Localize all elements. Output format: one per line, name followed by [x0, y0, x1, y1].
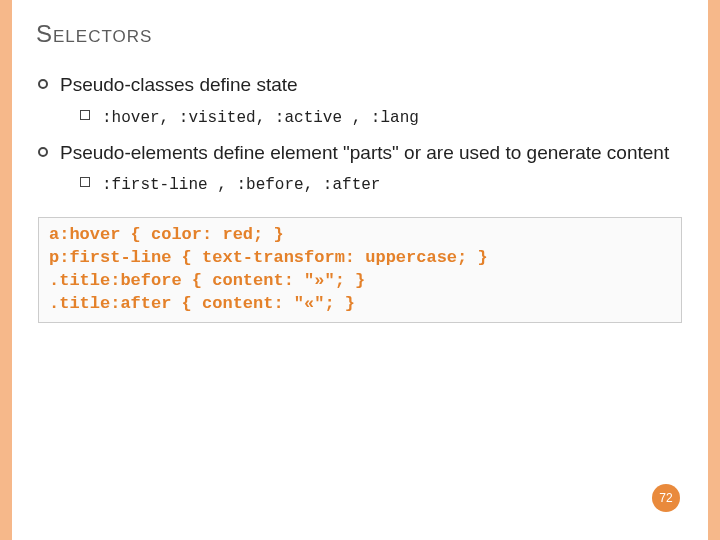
sub-list-item: :first-line , :before, :after: [80, 173, 684, 197]
sub-list: :hover, :visited, :active , :lang: [60, 106, 684, 130]
list-item: Pseudo-elements define element "parts" o…: [38, 140, 684, 198]
sub-list: :first-line , :before, :after: [60, 173, 684, 197]
decorative-bar-right: [708, 0, 720, 540]
slide-content: Selectors Pseudo-classes define state :h…: [36, 20, 684, 520]
bullet-text: Pseudo-elements define element "parts" o…: [60, 142, 669, 163]
bullet-list: Pseudo-classes define state :hover, :vis…: [36, 72, 684, 197]
list-item: Pseudo-classes define state :hover, :vis…: [38, 72, 684, 130]
page-number-badge: 72: [652, 484, 680, 512]
code-line: a:hover { color: red; }: [49, 224, 671, 247]
slide-title: Selectors: [36, 20, 684, 48]
sub-list-item: :hover, :visited, :active , :lang: [80, 106, 684, 130]
decorative-bar-left: [0, 0, 12, 540]
page-number: 72: [659, 491, 672, 505]
code-line: p:first-line { text-transform: uppercase…: [49, 247, 671, 270]
bullet-text: Pseudo-classes define state: [60, 74, 298, 95]
code-line: .title:before { content: "»"; }: [49, 270, 671, 293]
code-example-box: a:hover { color: red; } p:first-line { t…: [38, 217, 682, 323]
code-line: .title:after { content: "«"; }: [49, 293, 671, 316]
